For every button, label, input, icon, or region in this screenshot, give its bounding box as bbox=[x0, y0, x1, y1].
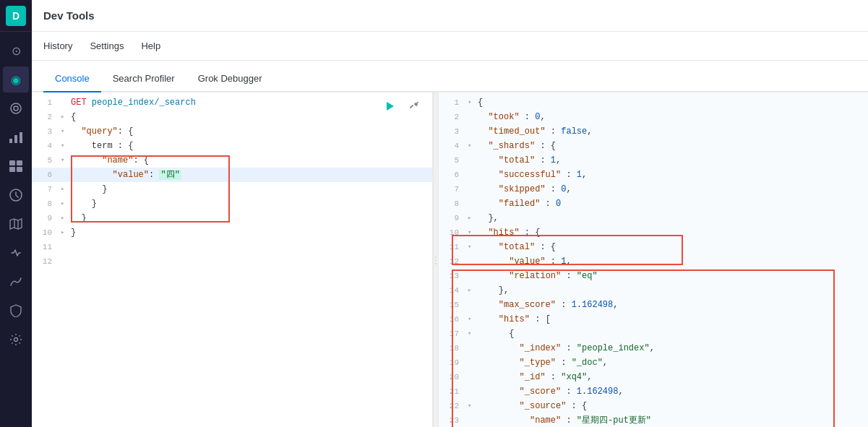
svg-rect-2 bbox=[9, 139, 12, 143]
code-line-11: 11▾ "total" : { bbox=[439, 240, 868, 254]
code-line-3: 3 "timed_out" : false, bbox=[439, 124, 868, 139]
code-line-15: 15 "max_score" : 1.162498, bbox=[439, 298, 868, 312]
code-line-12: 12 bbox=[32, 254, 432, 269]
code-line-5: 5 "total" : 1, bbox=[439, 153, 868, 168]
tab-grok-debugger[interactable]: Grok Debugger bbox=[186, 66, 274, 92]
code-line-5: 5▾ "name": { bbox=[32, 153, 432, 168]
code-line-1: 1▾{ bbox=[439, 95, 868, 110]
code-line-4: 4▾ term : { bbox=[32, 139, 432, 153]
code-line-16: 16▾ "hits" : [ bbox=[439, 312, 868, 327]
code-line-10: 10▾ "hits" : { bbox=[439, 225, 868, 240]
code-line-2: 2 "took" : 0, bbox=[439, 110, 868, 124]
topbar: Dev Tools bbox=[32, 0, 868, 32]
code-line-12: 12 "value" : 1, bbox=[439, 254, 868, 269]
svg-rect-3 bbox=[14, 135, 17, 143]
sidebar-icon-maps[interactable] bbox=[3, 211, 29, 237]
wrench-button[interactable] bbox=[405, 97, 424, 116]
svg-rect-4 bbox=[20, 132, 22, 143]
code-line-7: 7▸ } bbox=[32, 182, 432, 197]
sidebar: D ⊙ ◉ bbox=[0, 0, 32, 427]
code-line-17: 17▾ { bbox=[439, 327, 868, 341]
sidebar-icon-home[interactable]: ⊙ bbox=[3, 38, 29, 64]
code-line-19: 19 "_type" : "_doc", bbox=[439, 355, 868, 370]
code-line-1: 1GET people_index/_search bbox=[32, 95, 432, 110]
sidebar-icon-dashboard[interactable] bbox=[3, 153, 29, 179]
code-line-23: 23 "name" : "星期四-put更新" bbox=[439, 413, 868, 427]
code-line-6: 6 "successful" : 1, bbox=[439, 168, 868, 182]
svg-marker-11 bbox=[387, 102, 394, 111]
tabs: Console Search Profiler Grok Debugger bbox=[32, 61, 868, 92]
navbar: History Settings Help bbox=[32, 32, 868, 61]
right-code-editor[interactable]: 1▾{2 "took" : 0,3 "timed_out" : false,4▾… bbox=[439, 92, 868, 427]
sidebar-icon-visualize[interactable] bbox=[3, 124, 29, 150]
right-editor-panel: 1▾{2 "took" : 0,3 "timed_out" : false,4▾… bbox=[439, 92, 868, 427]
code-line-6: 6 "value": "四" bbox=[32, 168, 432, 182]
editor-area: 1GET people_index/_search2▸{3▾ "query": … bbox=[32, 92, 868, 427]
svg-point-0 bbox=[11, 103, 21, 113]
code-line-20: 20 "_id" : "xq4", bbox=[439, 370, 868, 384]
sidebar-icon-settings[interactable] bbox=[3, 327, 29, 353]
svg-point-10 bbox=[14, 338, 18, 342]
left-code-editor[interactable]: 1GET people_index/_search2▸{3▾ "query": … bbox=[32, 92, 432, 427]
code-line-8: 8▸ } bbox=[32, 197, 432, 211]
navbar-settings[interactable]: Settings bbox=[90, 38, 124, 54]
tab-console[interactable]: Console bbox=[43, 66, 101, 92]
resize-handle[interactable]: ⋮ bbox=[433, 92, 439, 427]
svg-rect-8 bbox=[17, 167, 22, 172]
code-line-2: 2▸{ bbox=[32, 110, 432, 124]
code-line-18: 18 "_index" : "people_index", bbox=[439, 341, 868, 355]
code-line-4: 4▾ "_shards" : { bbox=[439, 139, 868, 153]
code-line-21: 21 "_score" : 1.162498, bbox=[439, 384, 868, 399]
svg-rect-6 bbox=[17, 160, 22, 165]
code-line-3: 3▾ "query": { bbox=[32, 124, 432, 139]
tab-search-profiler[interactable]: Search Profiler bbox=[101, 66, 186, 92]
svg-point-1 bbox=[14, 106, 18, 111]
code-line-13: 13 "relation" : "eq" bbox=[439, 269, 868, 283]
left-editor-panel: 1GET people_index/_search2▸{3▾ "query": … bbox=[32, 92, 433, 427]
sidebar-icon-discover[interactable] bbox=[3, 95, 29, 121]
svg-rect-5 bbox=[9, 160, 15, 165]
sidebar-icon-devtools[interactable]: ◉ bbox=[3, 66, 29, 92]
sidebar-icon-canvas[interactable] bbox=[3, 182, 29, 208]
code-line-7: 7 "skipped" : 0, bbox=[439, 182, 868, 197]
sidebar-icons: ⊙ ◉ bbox=[3, 32, 29, 427]
code-line-11: 11 bbox=[32, 240, 432, 254]
code-line-14: 14▸ }, bbox=[439, 283, 868, 298]
main-content: Dev Tools History Settings Help Console … bbox=[32, 0, 868, 427]
app-logo[interactable]: D bbox=[0, 0, 32, 32]
svg-rect-7 bbox=[9, 167, 15, 172]
sidebar-icon-ml[interactable] bbox=[3, 240, 29, 266]
topbar-title: Dev Tools bbox=[43, 9, 95, 22]
logo-mark: D bbox=[6, 6, 26, 26]
code-line-9: 9▸ } bbox=[32, 211, 432, 225]
code-line-9: 9▸ }, bbox=[439, 211, 868, 225]
run-button[interactable] bbox=[380, 97, 399, 116]
code-line-10: 10▸} bbox=[32, 225, 432, 240]
editor-toolbar bbox=[380, 97, 424, 116]
navbar-history[interactable]: History bbox=[43, 38, 72, 54]
navbar-help[interactable]: Help bbox=[141, 38, 160, 54]
code-line-22: 22▾ "_source" : { bbox=[439, 399, 868, 413]
sidebar-icon-security[interactable] bbox=[3, 298, 29, 324]
sidebar-icon-apm[interactable] bbox=[3, 269, 29, 295]
code-line-8: 8 "failed" : 0 bbox=[439, 197, 868, 211]
